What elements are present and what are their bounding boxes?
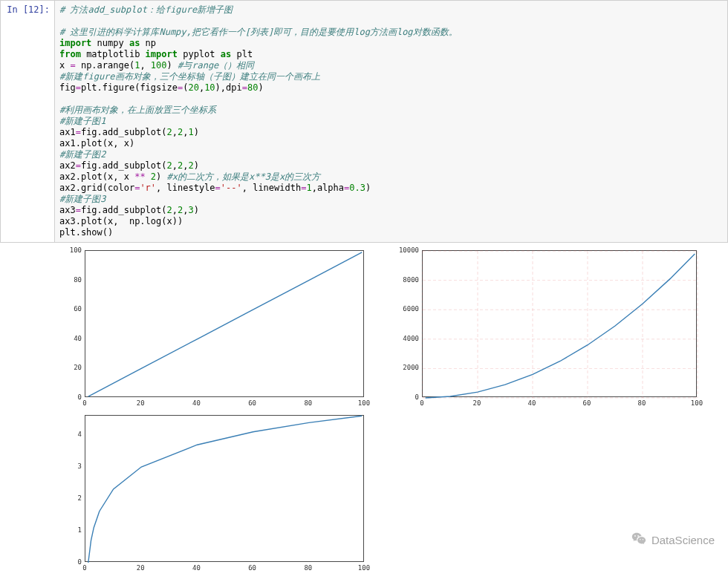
subplot-3-log: 02040608010001234 bbox=[56, 411, 368, 574]
notebook-input-cell: In [12]: # 方法add_subplot：给figure新增子图 # 这… bbox=[0, 0, 728, 243]
x-tick: 20 bbox=[473, 399, 481, 407]
x-tick: 40 bbox=[192, 564, 201, 572]
y-tick: 100 bbox=[70, 246, 82, 254]
output-area: 020406080100020406080100 020406080100020… bbox=[0, 243, 728, 578]
x-tick: 60 bbox=[248, 399, 256, 407]
watermark-text: DataScience bbox=[651, 534, 715, 546]
y-tick: 1 bbox=[78, 526, 82, 534]
x-tick: 100 bbox=[691, 399, 703, 407]
x-tick: 60 bbox=[583, 399, 591, 407]
plot-axes bbox=[422, 250, 697, 397]
x-tick: 0 bbox=[82, 399, 86, 407]
y-tick: 10000 bbox=[399, 246, 419, 254]
x-tick: 100 bbox=[358, 399, 370, 407]
y-tick: 2000 bbox=[403, 364, 419, 371]
y-tick: 0 bbox=[78, 393, 82, 401]
x-tick: 40 bbox=[192, 399, 201, 407]
y-tick: 0 bbox=[415, 393, 419, 401]
subplot-2-quadratic: 0204060801000200040006000800010000 bbox=[389, 246, 701, 409]
x-tick: 20 bbox=[137, 564, 145, 572]
x-tick: 80 bbox=[304, 399, 312, 407]
watermark: DataScience bbox=[631, 531, 715, 549]
plot-row-1: 020406080100020406080100 020406080100020… bbox=[56, 246, 725, 409]
x-tick: 20 bbox=[137, 399, 145, 407]
x-tick: 100 bbox=[358, 564, 370, 572]
input-prompt: In [12]: bbox=[1, 1, 54, 15]
x-tick: 40 bbox=[528, 399, 536, 407]
plot-axes bbox=[85, 250, 364, 397]
y-tick: 4 bbox=[78, 431, 82, 438]
x-tick: 0 bbox=[420, 399, 423, 407]
y-tick: 20 bbox=[74, 364, 82, 371]
x-tick: 0 bbox=[82, 564, 86, 572]
y-tick: 6000 bbox=[403, 305, 419, 313]
x-tick: 80 bbox=[638, 399, 646, 407]
wechat-icon bbox=[631, 531, 647, 549]
y-tick: 8000 bbox=[403, 276, 419, 284]
plot-row-2: 02040608010001234 bbox=[56, 411, 725, 574]
code-editor[interactable]: # 方法add_subplot：给figure新增子图 # 这里引进的科学计算库… bbox=[54, 1, 727, 242]
y-tick: 80 bbox=[74, 276, 82, 284]
y-tick: 60 bbox=[74, 305, 82, 313]
code-text[interactable]: # 方法add_subplot：给figure新增子图 # 这里引进的科学计算库… bbox=[59, 4, 723, 238]
y-tick: 0 bbox=[78, 558, 82, 566]
y-tick: 4000 bbox=[403, 335, 419, 342]
x-tick: 60 bbox=[248, 564, 256, 572]
y-tick: 3 bbox=[78, 462, 82, 470]
plot-axes bbox=[85, 415, 364, 562]
y-tick: 2 bbox=[78, 494, 82, 502]
subplot-1-linear: 020406080100020406080100 bbox=[56, 246, 368, 409]
x-tick: 80 bbox=[304, 564, 312, 572]
y-tick: 40 bbox=[74, 335, 82, 342]
